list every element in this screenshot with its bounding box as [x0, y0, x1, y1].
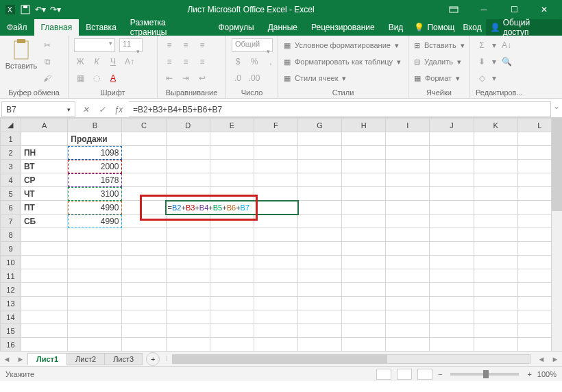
- copy-icon[interactable]: ⧉: [41, 56, 53, 68]
- sign-in[interactable]: Вход: [459, 19, 485, 36]
- cell[interactable]: ПН: [21, 146, 67, 160]
- col-header[interactable]: J: [430, 119, 474, 132]
- align-center-button[interactable]: ≡: [180, 56, 192, 68]
- cell[interactable]: 1098: [68, 146, 122, 160]
- percent-button[interactable]: %: [248, 56, 260, 68]
- sheet-nav-next[interactable]: ►: [14, 355, 27, 363]
- sheet-nav-prev[interactable]: ◄: [0, 355, 14, 363]
- find-select-button[interactable]: 🔍: [500, 56, 513, 68]
- col-header[interactable]: E: [210, 119, 254, 132]
- ribbon-options-icon[interactable]: [440, 1, 467, 18]
- select-all-corner[interactable]: ◢: [1, 119, 21, 132]
- currency-button[interactable]: $: [232, 56, 244, 68]
- cell[interactable]: СБ: [21, 215, 67, 228]
- zoom-out-button[interactable]: −: [438, 370, 442, 378]
- format-as-table-button[interactable]: ▦Форматировать как таблицу▾: [284, 55, 401, 69]
- formula-editing-cell[interactable]: =B2+B3+B4+B5+B6+B7: [166, 201, 297, 215]
- worksheet-grid[interactable]: ◢ A B C D E F G H I J K L 1Продажи 2ПН10…: [0, 118, 562, 351]
- save-icon[interactable]: [21, 5, 30, 14]
- tab-insert[interactable]: Вставка: [79, 19, 123, 36]
- tab-view[interactable]: Вид: [382, 19, 411, 36]
- col-header[interactable]: A: [21, 119, 67, 132]
- align-right-button[interactable]: ≡: [196, 56, 208, 68]
- increase-decimal-button[interactable]: .0: [232, 72, 244, 84]
- underline-button[interactable]: Ч: [107, 56, 119, 68]
- sheet-tab[interactable]: Лист3: [104, 353, 143, 365]
- decrease-decimal-button[interactable]: .00: [248, 72, 260, 84]
- col-header[interactable]: D: [166, 119, 210, 132]
- wrap-text-button[interactable]: ↩: [196, 72, 208, 84]
- tab-home[interactable]: Главная: [34, 19, 80, 36]
- close-icon[interactable]: ✕: [530, 1, 558, 18]
- conditional-formatting-button[interactable]: ▦Условное форматирование▾: [284, 38, 401, 52]
- cell[interactable]: 3100: [68, 187, 122, 201]
- scroll-left[interactable]: ◄: [535, 355, 548, 363]
- col-header[interactable]: C: [122, 119, 166, 132]
- cell[interactable]: 4990: [68, 215, 122, 228]
- font-name-dropdown[interactable]: [74, 38, 115, 52]
- insert-function-button[interactable]: ƒx: [111, 105, 126, 114]
- border-button[interactable]: ▦: [74, 72, 86, 84]
- zoom-slider[interactable]: [450, 373, 519, 376]
- cell-styles-button[interactable]: ▦Стили ячеек▾: [284, 71, 401, 85]
- col-header[interactable]: I: [386, 119, 430, 132]
- row-header[interactable]: 12: [1, 283, 21, 297]
- delete-cells-button[interactable]: ⊟Удалить▾: [414, 55, 465, 69]
- share-button[interactable]: 👤Общий доступ: [486, 19, 562, 36]
- sheet-tab[interactable]: Лист2: [66, 353, 105, 365]
- page-layout-view-button[interactable]: [397, 369, 412, 380]
- row-header[interactable]: 11: [1, 269, 21, 283]
- vertical-scrollbar[interactable]: [551, 118, 562, 351]
- autosum-button[interactable]: Σ: [476, 39, 488, 51]
- font-size-dropdown[interactable]: 11: [119, 38, 143, 52]
- cell[interactable]: СР: [21, 173, 67, 187]
- row-header[interactable]: 10: [1, 256, 21, 269]
- page-break-view-button[interactable]: [417, 369, 432, 380]
- fill-color-button[interactable]: ◌: [90, 72, 103, 84]
- align-middle-button[interactable]: ≡: [180, 39, 192, 51]
- cell[interactable]: 4990: [68, 201, 122, 215]
- row-header[interactable]: 16: [1, 338, 21, 352]
- zoom-level[interactable]: 100%: [537, 370, 557, 378]
- normal-view-button[interactable]: [376, 369, 391, 380]
- cell[interactable]: ПТ: [21, 201, 67, 215]
- redo-icon[interactable]: ↷▾: [51, 5, 60, 14]
- cut-icon[interactable]: ✂: [41, 39, 53, 51]
- paste-button[interactable]: Вставить: [5, 38, 37, 70]
- tab-review[interactable]: Рецензирование: [304, 19, 382, 36]
- insert-cells-button[interactable]: ⊞Вставить▾: [414, 38, 465, 52]
- maximize-icon[interactable]: ☐: [500, 1, 528, 18]
- col-header[interactable]: G: [298, 119, 342, 132]
- align-top-button[interactable]: ≡: [163, 39, 175, 51]
- col-header[interactable]: F: [254, 119, 297, 132]
- row-header[interactable]: 4: [1, 173, 21, 187]
- expand-formula-bar-icon[interactable]: ⌄: [551, 101, 562, 117]
- row-header[interactable]: 1: [1, 132, 21, 146]
- increase-font-button[interactable]: A↑: [123, 56, 136, 68]
- tell-me[interactable]: 💡Помощ: [410, 19, 459, 36]
- row-header[interactable]: 15: [1, 324, 21, 338]
- cell[interactable]: 1678: [68, 173, 122, 187]
- number-format-dropdown[interactable]: Общий: [232, 38, 273, 52]
- font-color-button[interactable]: A: [107, 72, 119, 84]
- row-header[interactable]: 9: [1, 242, 21, 256]
- col-header[interactable]: H: [342, 119, 386, 132]
- col-header[interactable]: K: [474, 119, 517, 132]
- format-painter-icon[interactable]: 🖌: [41, 72, 53, 84]
- sort-filter-button[interactable]: A↓: [500, 39, 513, 51]
- row-header[interactable]: 7: [1, 215, 21, 228]
- fill-button[interactable]: ⬇: [476, 56, 488, 68]
- cancel-formula-button[interactable]: ✕: [78, 105, 93, 114]
- align-bottom-button[interactable]: ≡: [196, 39, 208, 51]
- tab-file[interactable]: Файл: [0, 19, 34, 36]
- cell[interactable]: ВТ: [21, 160, 67, 173]
- align-left-button[interactable]: ≡: [163, 56, 175, 68]
- bold-button[interactable]: Ж: [74, 56, 86, 68]
- tab-layout[interactable]: Разметка страницы: [123, 19, 212, 36]
- format-cells-button[interactable]: ▦Формат▾: [414, 71, 465, 85]
- comma-button[interactable]: ,: [265, 56, 277, 68]
- cell[interactable]: ЧТ: [21, 187, 67, 201]
- row-header[interactable]: 13: [1, 297, 21, 310]
- horizontal-scrollbar[interactable]: [172, 354, 530, 364]
- name-box[interactable]: B7▾: [1, 101, 75, 117]
